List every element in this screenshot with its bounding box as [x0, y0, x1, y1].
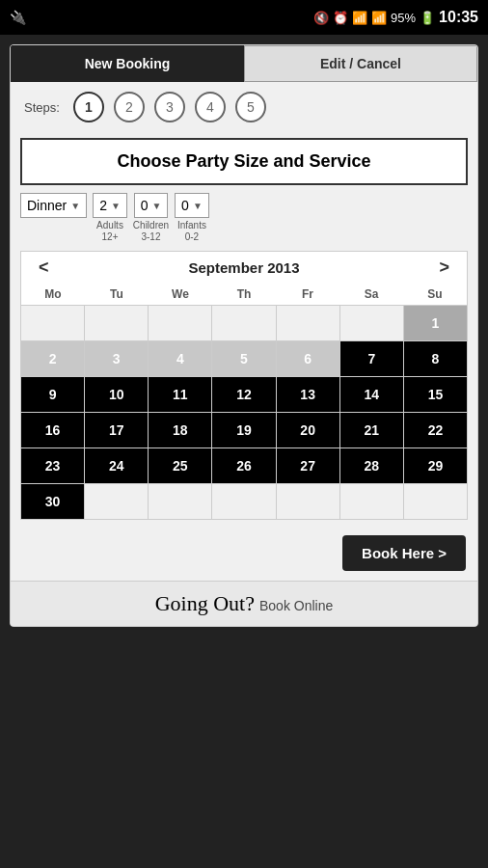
calendar-day [149, 484, 211, 519]
calendar-day[interactable]: 3 [85, 341, 148, 376]
service-type-selector[interactable]: Dinner ▼ [20, 193, 87, 218]
calendar-day[interactable]: 4 [149, 341, 211, 376]
calendar-day[interactable]: 13 [277, 377, 339, 412]
calendar-day[interactable]: 25 [149, 448, 211, 483]
infants-count: 0 [181, 198, 189, 213]
step-5[interactable]: 5 [235, 92, 266, 122]
alarm-icon: ⏰ [333, 11, 348, 25]
calendar-day[interactable]: 15 [404, 377, 467, 412]
calendar-day[interactable]: 23 [21, 448, 84, 483]
weekday-tu: Tu [85, 284, 149, 305]
calendar-day[interactable]: 27 [277, 448, 339, 483]
children-label: Children3-12 [133, 220, 169, 243]
step-4[interactable]: 4 [195, 92, 226, 122]
calendar-day[interactable]: 2 [21, 341, 84, 376]
steps-label: Steps: [24, 100, 60, 115]
calendar-day [212, 484, 275, 519]
calendar-prev[interactable]: < [31, 258, 57, 278]
calendar-day[interactable]: 22 [404, 413, 467, 448]
weekday-mo: Mo [21, 284, 85, 305]
steps-row: Steps: 1 2 3 4 5 [11, 82, 477, 132]
infants-count-box[interactable]: 0 ▼ [175, 193, 209, 218]
adults-count-box[interactable]: 2 ▼ [93, 193, 127, 218]
footer: Going Out? Book Online [11, 581, 477, 626]
wifi-icon: 📶 [352, 11, 367, 25]
party-row: Dinner ▼ 2 ▼ Adults12+ 0 ▼ Children3-12 [20, 193, 468, 243]
calendar-day[interactable]: 18 [149, 413, 211, 448]
children-selector: 0 ▼ Children3-12 [133, 193, 169, 243]
tab-edit-cancel[interactable]: Edit / Cancel [244, 45, 477, 82]
children-count: 0 [141, 198, 149, 213]
calendar-day[interactable]: 12 [212, 377, 275, 412]
status-bar: 🔌 🔇 ⏰ 📶 📶 95% 🔋 10:35 [0, 0, 488, 35]
calendar-day[interactable]: 11 [149, 377, 211, 412]
calendar-day[interactable]: 14 [340, 377, 403, 412]
calendar-day[interactable]: 29 [404, 448, 467, 483]
signal-icon: 📶 [371, 11, 387, 25]
battery-percent: 95% [391, 11, 416, 25]
calendar-day [21, 306, 84, 340]
calendar-day[interactable]: 17 [85, 413, 148, 448]
weekday-fr: Fr [276, 284, 339, 305]
mute-icon: 🔇 [313, 11, 329, 25]
calendar-day[interactable]: 1 [404, 306, 467, 340]
book-row: Book Here > [11, 526, 477, 581]
service-dropdown-arrow: ▼ [70, 201, 80, 211]
calendar-day[interactable]: 16 [21, 413, 84, 448]
step-1[interactable]: 1 [73, 92, 104, 122]
calendar-day [212, 306, 275, 340]
calendar-day[interactable]: 6 [277, 341, 339, 376]
calendar-day[interactable]: 9 [21, 377, 84, 412]
weekday-th: Th [212, 284, 276, 305]
service-type-label: Dinner [27, 198, 67, 213]
calendar-day[interactable]: 21 [340, 413, 403, 448]
calendar-day[interactable]: 8 [404, 341, 467, 376]
calendar-weekdays: Mo Tu We Th Fr Sa Su [21, 284, 467, 305]
adults-label: Adults12+ [96, 220, 123, 243]
book-here-button[interactable]: Book Here > [342, 535, 466, 571]
calendar-day[interactable]: 19 [212, 413, 275, 448]
battery-icon: 🔋 [420, 11, 435, 25]
step-3[interactable]: 3 [154, 92, 185, 122]
calendar-day [277, 306, 339, 340]
calendar-grid: 1234567891011121314151617181920212223242… [21, 305, 467, 519]
calendar-day[interactable]: 30 [21, 484, 84, 519]
calendar-day [404, 484, 467, 519]
calendar: < September 2013 > Mo Tu We Th Fr Sa Su … [20, 251, 468, 520]
calendar-day [85, 306, 148, 340]
weekday-we: We [149, 284, 212, 305]
status-time: 10:35 [439, 9, 478, 26]
children-dropdown-arrow: ▼ [151, 201, 161, 211]
usb-icon: 🔌 [10, 10, 26, 25]
infants-selector: 0 ▼ Infants0-2 [175, 193, 209, 243]
calendar-day [340, 484, 403, 519]
calendar-day [85, 484, 148, 519]
adults-selector: 2 ▼ Adults12+ [93, 193, 127, 243]
footer-brand: Going Out? [155, 591, 255, 615]
calendar-day[interactable]: 20 [277, 413, 339, 448]
app-container: New Booking Edit / Cancel Steps: 1 2 3 4… [10, 44, 478, 627]
calendar-day [277, 484, 339, 519]
status-right: 🔇 ⏰ 📶 📶 95% 🔋 10:35 [313, 9, 478, 26]
calendar-day[interactable]: 7 [340, 341, 403, 376]
tab-new-booking[interactable]: New Booking [11, 45, 244, 82]
calendar-header: < September 2013 > [21, 252, 467, 284]
step-2[interactable]: 2 [114, 92, 145, 122]
calendar-day[interactable]: 24 [85, 448, 148, 483]
tab-bar: New Booking Edit / Cancel [11, 45, 477, 82]
calendar-next[interactable]: > [431, 258, 457, 278]
status-left: 🔌 [10, 10, 26, 25]
weekday-su: Su [403, 284, 467, 305]
infants-label: Infants0-2 [177, 220, 206, 243]
calendar-day[interactable]: 5 [212, 341, 275, 376]
adults-dropdown-arrow: ▼ [111, 201, 121, 211]
calendar-day [340, 306, 403, 340]
calendar-day[interactable]: 26 [212, 448, 275, 483]
calendar-day[interactable]: 28 [340, 448, 403, 483]
children-count-box[interactable]: 0 ▼ [134, 193, 169, 218]
calendar-day[interactable]: 10 [85, 377, 148, 412]
weekday-sa: Sa [339, 284, 403, 305]
calendar-day [149, 306, 211, 340]
calendar-month-year: September 2013 [188, 259, 299, 276]
footer-sub: Book Online [259, 598, 333, 613]
